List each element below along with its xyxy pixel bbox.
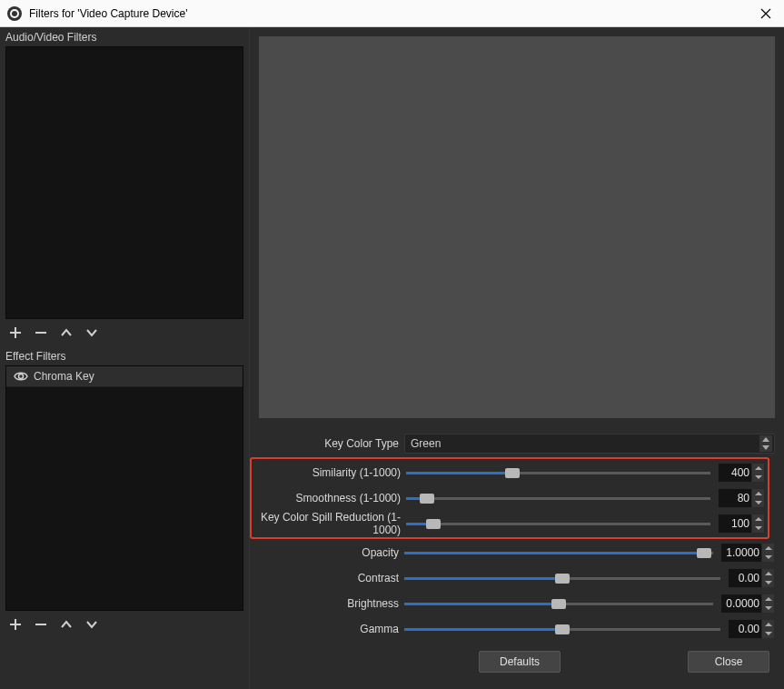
highlighted-region: Similarity (1-1000) 400 Smoothness (1- <box>250 457 769 539</box>
opacity-spinbox[interactable]: 1.0000 <box>720 543 775 563</box>
effect-filters-list[interactable]: Chroma Key <box>5 365 243 611</box>
brightness-row: Brightness 0.0000 <box>250 591 775 616</box>
move-down-audio-button[interactable] <box>84 325 100 341</box>
effect-filter-name: Chroma Key <box>34 370 94 383</box>
audio-filters-toolbar <box>0 319 249 346</box>
gamma-label: Gamma <box>250 623 404 635</box>
contrast-spinbox[interactable]: 0.00 <box>728 568 775 588</box>
opacity-label: Opacity <box>250 546 404 559</box>
brightness-slider[interactable] <box>404 603 713 605</box>
window-title: Filters for 'Video Capture Device' <box>29 7 755 20</box>
smoothness-row: Smoothness (1-1000) 80 <box>252 485 765 511</box>
brightness-value: 0.0000 <box>721 597 761 610</box>
smoothness-value: 80 <box>719 492 751 504</box>
spill-value: 100 <box>719 517 751 530</box>
close-button[interactable]: Close <box>688 651 769 673</box>
similarity-label: Similarity (1-1000) <box>252 466 406 479</box>
svg-point-0 <box>19 374 24 379</box>
spill-spinbox[interactable]: 100 <box>718 514 765 534</box>
audio-filters-list[interactable] <box>5 46 243 319</box>
obs-icon <box>7 6 22 21</box>
opacity-slider[interactable] <box>404 552 713 554</box>
contrast-value: 0.00 <box>729 572 761 584</box>
move-up-effect-button[interactable] <box>58 616 74 633</box>
effect-filters-label: Effect Filters <box>0 346 249 365</box>
right-panel: Key Color Type Green Similarity (1-1000) <box>250 27 784 689</box>
key-color-type-value: Green <box>411 437 441 450</box>
gamma-row: Gamma 0.00 <box>250 616 775 642</box>
add-audio-filter-button[interactable] <box>7 325 24 341</box>
effect-filters-toolbar <box>0 611 249 638</box>
spin-up-icon[interactable] <box>752 489 764 498</box>
spin-down-icon[interactable] <box>752 524 764 533</box>
spin-up-icon[interactable] <box>762 544 774 553</box>
spin-up-icon[interactable] <box>762 594 774 604</box>
smoothness-spinbox[interactable]: 80 <box>718 488 765 508</box>
select-arrows-icon <box>759 435 772 452</box>
spin-down-icon[interactable] <box>762 578 774 587</box>
spill-row: Key Color Spill Reduction (1-1000) 100 <box>252 511 765 536</box>
left-panel: Audio/Video Filters Effect Filters Chrom… <box>0 27 250 689</box>
similarity-spinbox[interactable]: 400 <box>718 463 765 483</box>
defaults-button[interactable]: Defaults <box>479 651 561 673</box>
key-color-type-label: Key Color Type <box>250 437 404 450</box>
spin-up-icon[interactable] <box>752 464 764 473</box>
contrast-row: Contrast 0.00 <box>250 565 775 591</box>
contrast-slider[interactable] <box>404 577 720 580</box>
smoothness-label: Smoothness (1-1000) <box>252 492 406 504</box>
add-effect-filter-button[interactable] <box>7 616 24 633</box>
dialog-button-bar: Defaults Close <box>250 642 784 684</box>
key-color-type-select[interactable]: Green <box>404 434 775 454</box>
brightness-label: Brightness <box>250 597 404 610</box>
move-up-audio-button[interactable] <box>58 325 74 341</box>
remove-audio-filter-button[interactable] <box>33 325 49 341</box>
smoothness-slider[interactable] <box>406 497 710 500</box>
similarity-row: Similarity (1-1000) 400 <box>252 460 765 485</box>
gamma-slider[interactable] <box>404 628 720 631</box>
spin-up-icon[interactable] <box>752 514 764 524</box>
spin-up-icon[interactable] <box>762 569 774 578</box>
visibility-eye-icon[interactable] <box>14 371 28 382</box>
spill-slider[interactable] <box>406 523 710 525</box>
filter-properties: Key Color Type Green Similarity (1-1000) <box>250 427 784 642</box>
opacity-row: Opacity 1.0000 <box>250 540 775 565</box>
effect-filter-item[interactable]: Chroma Key <box>6 366 243 387</box>
filter-preview <box>259 36 775 418</box>
gamma-value: 0.00 <box>729 623 761 635</box>
key-color-type-row: Key Color Type Green <box>250 431 775 456</box>
brightness-spinbox[interactable]: 0.0000 <box>720 594 775 614</box>
opacity-value: 1.0000 <box>721 546 761 559</box>
remove-effect-filter-button[interactable] <box>33 616 49 633</box>
spin-down-icon[interactable] <box>762 553 774 562</box>
similarity-value: 400 <box>719 466 751 479</box>
gamma-spinbox[interactable]: 0.00 <box>728 619 775 639</box>
move-down-effect-button[interactable] <box>84 616 100 633</box>
similarity-slider[interactable] <box>406 472 710 474</box>
spin-down-icon[interactable] <box>762 604 774 613</box>
spin-down-icon[interactable] <box>762 629 774 638</box>
contrast-label: Contrast <box>250 572 404 584</box>
spin-down-icon[interactable] <box>752 473 764 482</box>
spin-down-icon[interactable] <box>752 498 764 507</box>
spill-label: Key Color Spill Reduction (1-1000) <box>252 511 406 536</box>
close-icon[interactable] <box>755 3 777 25</box>
spin-up-icon[interactable] <box>762 620 774 629</box>
titlebar: Filters for 'Video Capture Device' <box>0 0 784 27</box>
audio-filters-label: Audio/Video Filters <box>0 27 249 46</box>
